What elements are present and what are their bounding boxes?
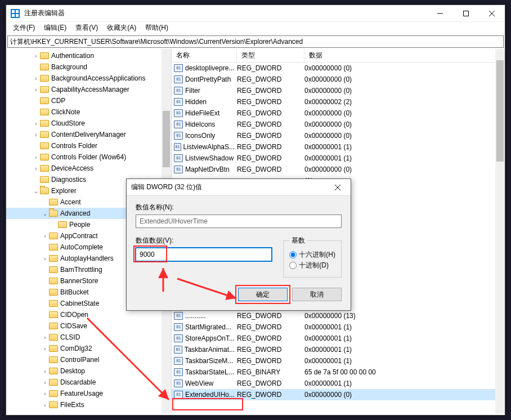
tree-item[interactable]: ›Discardable (6, 377, 171, 388)
treeview-chevron-icon[interactable]: › (32, 120, 40, 127)
treeview-chevron-icon[interactable]: › (32, 87, 40, 93)
value-type: REG_DWORD (235, 166, 302, 173)
folder-icon (49, 289, 58, 296)
value-type: REG_DWORD (235, 334, 302, 342)
treeview-chevron-icon[interactable]: › (41, 402, 49, 408)
dword-icon (174, 75, 183, 83)
tree-item[interactable]: CIDSave (6, 320, 171, 332)
list-row[interactable]: HideFileExtREG_DWORD0x00000000 (0) (172, 108, 505, 119)
value-name: StartMigrated... (185, 323, 231, 331)
list-row[interactable]: ExtendedUIHo...REG_DWORD0x00000000 (0) (172, 389, 505, 400)
ok-button[interactable]: 确定 (238, 288, 288, 301)
list-row[interactable]: DontPrettyPathREG_DWORD0x00000000 (0) (172, 74, 505, 85)
value-data: 0x00000000 (0) (302, 166, 505, 173)
name-label: 数值名称(N): (136, 203, 342, 212)
svg-rect-4 (16, 14, 19, 17)
treeview-chevron-icon[interactable]: › (41, 256, 49, 262)
list-row[interactable]: TaskbarStateL...REG_BINARY65 de 7a 5f 00… (172, 367, 505, 378)
list-row[interactable]: MapNetDrvBtnREG_DWORD0x00000000 (0) (172, 164, 505, 175)
base-fieldset: 基数 十六进制(H) 十进制(D) (283, 236, 342, 278)
value-name: MapNetDrvBtn (185, 166, 230, 173)
tree-item[interactable]: ›FeatureUsage (6, 388, 171, 399)
menu-fav[interactable]: 收藏夹(A) (102, 22, 141, 34)
list-row[interactable]: WebViewREG_DWORD0x00000001 (1) (172, 378, 505, 389)
treeview-chevron-icon[interactable]: › (32, 132, 40, 138)
treeview-chevron-icon[interactable]: › (32, 154, 40, 160)
list-row[interactable]: StoreAppsOnT...REG_DWORD0x00000001 (1) (172, 333, 505, 344)
tree-item[interactable]: ›CapabilityAccessManager (6, 84, 171, 95)
col-name[interactable]: 名称 (172, 49, 237, 62)
treeview-chevron-icon[interactable]: › (41, 368, 49, 374)
minimize-button[interactable] (427, 5, 453, 22)
tree-item[interactable]: Controls Folder (6, 140, 171, 151)
menu-view[interactable]: 查看(V) (71, 22, 102, 34)
tree-item[interactable]: ControlPanel (6, 354, 171, 365)
treeview-chevron-icon[interactable]: › (41, 233, 49, 239)
tree-label: AutoComplete (60, 243, 103, 251)
tree-item[interactable]: ClickNote (6, 106, 171, 118)
treeview-chevron-icon[interactable]: › (41, 346, 49, 352)
treeview-chevron-icon[interactable]: ⌄ (41, 211, 49, 217)
tree-label: ComDlg32 (60, 345, 92, 352)
folder-icon (40, 154, 49, 160)
radio-hex[interactable] (289, 251, 297, 258)
tree-item[interactable]: ›CloudStore (6, 118, 171, 129)
list-row[interactable]: ListviewAlphaS...REG_DWORD0x00000001 (1) (172, 141, 505, 153)
list-row[interactable]: TaskbarSizeM...REG_DWORD0x00000001 (1) (172, 355, 505, 367)
treeview-chevron-icon[interactable]: › (32, 53, 40, 59)
tree-item[interactable]: ›ContentDeliveryManager (6, 129, 171, 140)
col-type[interactable]: 类型 (237, 49, 304, 62)
list-row[interactable]: FilterREG_DWORD0x00000000 (0) (172, 85, 505, 96)
treeview-chevron-icon[interactable]: › (41, 334, 49, 341)
value-data: 0x00000001 (1) (302, 357, 505, 365)
list-row[interactable]: HiddenREG_DWORD0x00000002 (2) (172, 96, 505, 108)
dialog-close-button[interactable] (325, 179, 351, 196)
tree-label: AutoplayHandlers (60, 254, 114, 262)
treeview-chevron-icon[interactable]: ⌄ (32, 188, 40, 194)
tree-label: BannerStore (60, 277, 98, 285)
svg-rect-6 (464, 11, 469, 16)
tree-item[interactable]: ›BackgroundAccessApplications (6, 73, 171, 84)
address-bar[interactable]: 计算机\HKEY_CURRENT_USER\Software\Microsoft… (7, 35, 504, 48)
tree-item[interactable]: ›DeviceAccess (6, 163, 171, 174)
col-data[interactable]: 数据 (304, 49, 505, 62)
treeview-chevron-icon[interactable]: › (41, 391, 49, 397)
tree-label: CIDOpen (60, 311, 88, 319)
value-name: Filter (185, 87, 200, 95)
list-row[interactable]: ...........REG_DWORD0x00000000 (13) (172, 310, 505, 321)
tree-item[interactable]: CIDOpen (6, 309, 171, 320)
list-row[interactable]: TaskbarAnimat...REG_DWORD0x00000001 (1) (172, 344, 505, 355)
list-scrollbar[interactable] (495, 49, 505, 414)
treeview-chevron-icon[interactable]: › (32, 166, 40, 172)
name-input[interactable] (136, 215, 342, 228)
list-row[interactable]: desktoplivepre...REG_DWORD0x00000000 (0) (172, 62, 505, 74)
cancel-button[interactable]: 取消 (292, 288, 342, 301)
tree-item[interactable]: ›Controls Folder (Wow64) (6, 151, 171, 163)
list-row[interactable]: HideIconsREG_DWORD0x00000000 (0) (172, 119, 505, 130)
list-row[interactable]: IconsOnlyREG_DWORD0x00000000 (0) (172, 130, 505, 141)
value-type: REG_BINARY (235, 368, 302, 376)
dword-icon (174, 120, 183, 128)
treeview-chevron-icon[interactable]: › (41, 379, 49, 386)
folder-icon (49, 210, 58, 217)
tree-item[interactable]: ›Desktop (6, 365, 171, 377)
tree-item[interactable]: ›FileExts (6, 399, 171, 410)
tree-item[interactable]: ›ComDlg32 (6, 343, 171, 354)
menu-file[interactable]: 文件(F) (8, 22, 39, 34)
close-button[interactable] (479, 5, 505, 22)
menu-help[interactable]: 帮助(H) (141, 22, 173, 34)
treeview-chevron-icon[interactable]: › (32, 75, 40, 82)
list-row[interactable]: ListviewShadowREG_DWORD0x00000001 (1) (172, 153, 505, 164)
radio-dec[interactable] (289, 262, 297, 269)
tree-item[interactable]: ›CLSID (6, 332, 171, 343)
tree-item[interactable]: ›Authentication (6, 50, 171, 61)
dword-icon (174, 368, 183, 376)
value-input[interactable] (136, 248, 272, 261)
menu-edit[interactable]: 编辑(E) (39, 22, 71, 34)
maximize-button[interactable] (453, 5, 479, 22)
list-row[interactable]: StartMigrated...REG_DWORD0x00000001 (1) (172, 321, 505, 333)
tree-item[interactable]: CDP (6, 95, 171, 106)
edit-dword-dialog: 编辑 DWORD (32 位)值 数值名称(N): 数值数据(V): 基数 十六… (126, 178, 351, 311)
tree-label: CIDSave (60, 322, 87, 330)
tree-item[interactable]: Background (6, 61, 171, 73)
